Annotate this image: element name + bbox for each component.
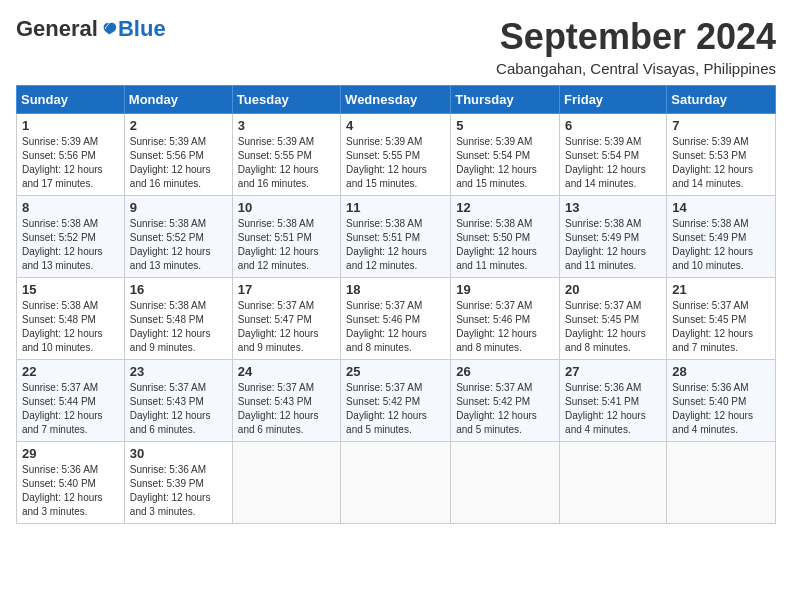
day-number: 17	[238, 282, 335, 297]
day-info: Sunrise: 5:39 AM Sunset: 5:55 PM Dayligh…	[346, 135, 445, 191]
day-number: 10	[238, 200, 335, 215]
table-row: 5Sunrise: 5:39 AM Sunset: 5:54 PM Daylig…	[451, 114, 560, 196]
day-info: Sunrise: 5:38 AM Sunset: 5:48 PM Dayligh…	[130, 299, 227, 355]
day-info: Sunrise: 5:38 AM Sunset: 5:51 PM Dayligh…	[346, 217, 445, 273]
table-row: 2Sunrise: 5:39 AM Sunset: 5:56 PM Daylig…	[124, 114, 232, 196]
table-row: 16Sunrise: 5:38 AM Sunset: 5:48 PM Dayli…	[124, 278, 232, 360]
day-number: 19	[456, 282, 554, 297]
title-block: September 2024 Cabangahan, Central Visay…	[496, 16, 776, 77]
calendar-header-row: Sunday Monday Tuesday Wednesday Thursday…	[17, 86, 776, 114]
day-info: Sunrise: 5:37 AM Sunset: 5:46 PM Dayligh…	[346, 299, 445, 355]
day-number: 11	[346, 200, 445, 215]
calendar-week-row: 29Sunrise: 5:36 AM Sunset: 5:40 PM Dayli…	[17, 442, 776, 524]
logo-blue: Blue	[118, 16, 166, 42]
table-row: 3Sunrise: 5:39 AM Sunset: 5:55 PM Daylig…	[232, 114, 340, 196]
day-number: 25	[346, 364, 445, 379]
table-row	[560, 442, 667, 524]
day-info: Sunrise: 5:39 AM Sunset: 5:54 PM Dayligh…	[565, 135, 661, 191]
table-row: 18Sunrise: 5:37 AM Sunset: 5:46 PM Dayli…	[341, 278, 451, 360]
day-number: 21	[672, 282, 770, 297]
table-row: 27Sunrise: 5:36 AM Sunset: 5:41 PM Dayli…	[560, 360, 667, 442]
day-number: 4	[346, 118, 445, 133]
col-saturday: Saturday	[667, 86, 776, 114]
day-info: Sunrise: 5:37 AM Sunset: 5:45 PM Dayligh…	[565, 299, 661, 355]
day-info: Sunrise: 5:38 AM Sunset: 5:52 PM Dayligh…	[22, 217, 119, 273]
table-row: 15Sunrise: 5:38 AM Sunset: 5:48 PM Dayli…	[17, 278, 125, 360]
table-row: 13Sunrise: 5:38 AM Sunset: 5:49 PM Dayli…	[560, 196, 667, 278]
calendar-week-row: 15Sunrise: 5:38 AM Sunset: 5:48 PM Dayli…	[17, 278, 776, 360]
day-info: Sunrise: 5:38 AM Sunset: 5:51 PM Dayligh…	[238, 217, 335, 273]
table-row	[667, 442, 776, 524]
logo-general: General	[16, 16, 98, 42]
table-row: 30Sunrise: 5:36 AM Sunset: 5:39 PM Dayli…	[124, 442, 232, 524]
table-row: 11Sunrise: 5:38 AM Sunset: 5:51 PM Dayli…	[341, 196, 451, 278]
table-row: 22Sunrise: 5:37 AM Sunset: 5:44 PM Dayli…	[17, 360, 125, 442]
day-number: 22	[22, 364, 119, 379]
day-info: Sunrise: 5:37 AM Sunset: 5:44 PM Dayligh…	[22, 381, 119, 437]
day-number: 12	[456, 200, 554, 215]
table-row: 6Sunrise: 5:39 AM Sunset: 5:54 PM Daylig…	[560, 114, 667, 196]
day-number: 28	[672, 364, 770, 379]
day-number: 20	[565, 282, 661, 297]
day-number: 15	[22, 282, 119, 297]
col-tuesday: Tuesday	[232, 86, 340, 114]
table-row: 1Sunrise: 5:39 AM Sunset: 5:56 PM Daylig…	[17, 114, 125, 196]
calendar-week-row: 1Sunrise: 5:39 AM Sunset: 5:56 PM Daylig…	[17, 114, 776, 196]
day-info: Sunrise: 5:39 AM Sunset: 5:54 PM Dayligh…	[456, 135, 554, 191]
day-info: Sunrise: 5:38 AM Sunset: 5:52 PM Dayligh…	[130, 217, 227, 273]
day-info: Sunrise: 5:37 AM Sunset: 5:42 PM Dayligh…	[346, 381, 445, 437]
day-info: Sunrise: 5:39 AM Sunset: 5:53 PM Dayligh…	[672, 135, 770, 191]
day-info: Sunrise: 5:39 AM Sunset: 5:56 PM Dayligh…	[22, 135, 119, 191]
day-number: 23	[130, 364, 227, 379]
day-info: Sunrise: 5:36 AM Sunset: 5:40 PM Dayligh…	[22, 463, 119, 519]
table-row: 21Sunrise: 5:37 AM Sunset: 5:45 PM Dayli…	[667, 278, 776, 360]
day-number: 7	[672, 118, 770, 133]
table-row: 26Sunrise: 5:37 AM Sunset: 5:42 PM Dayli…	[451, 360, 560, 442]
day-info: Sunrise: 5:37 AM Sunset: 5:42 PM Dayligh…	[456, 381, 554, 437]
table-row: 8Sunrise: 5:38 AM Sunset: 5:52 PM Daylig…	[17, 196, 125, 278]
day-number: 29	[22, 446, 119, 461]
day-number: 2	[130, 118, 227, 133]
day-number: 8	[22, 200, 119, 215]
table-row: 17Sunrise: 5:37 AM Sunset: 5:47 PM Dayli…	[232, 278, 340, 360]
day-info: Sunrise: 5:36 AM Sunset: 5:40 PM Dayligh…	[672, 381, 770, 437]
table-row: 19Sunrise: 5:37 AM Sunset: 5:46 PM Dayli…	[451, 278, 560, 360]
table-row: 29Sunrise: 5:36 AM Sunset: 5:40 PM Dayli…	[17, 442, 125, 524]
day-number: 18	[346, 282, 445, 297]
day-number: 16	[130, 282, 227, 297]
day-info: Sunrise: 5:37 AM Sunset: 5:45 PM Dayligh…	[672, 299, 770, 355]
table-row: 10Sunrise: 5:38 AM Sunset: 5:51 PM Dayli…	[232, 196, 340, 278]
day-number: 26	[456, 364, 554, 379]
table-row	[451, 442, 560, 524]
table-row: 14Sunrise: 5:38 AM Sunset: 5:49 PM Dayli…	[667, 196, 776, 278]
table-row: 7Sunrise: 5:39 AM Sunset: 5:53 PM Daylig…	[667, 114, 776, 196]
col-wednesday: Wednesday	[341, 86, 451, 114]
table-row: 12Sunrise: 5:38 AM Sunset: 5:50 PM Dayli…	[451, 196, 560, 278]
calendar-table: Sunday Monday Tuesday Wednesday Thursday…	[16, 85, 776, 524]
day-number: 9	[130, 200, 227, 215]
day-info: Sunrise: 5:37 AM Sunset: 5:47 PM Dayligh…	[238, 299, 335, 355]
table-row: 20Sunrise: 5:37 AM Sunset: 5:45 PM Dayli…	[560, 278, 667, 360]
col-thursday: Thursday	[451, 86, 560, 114]
day-number: 14	[672, 200, 770, 215]
day-info: Sunrise: 5:38 AM Sunset: 5:50 PM Dayligh…	[456, 217, 554, 273]
table-row: 25Sunrise: 5:37 AM Sunset: 5:42 PM Dayli…	[341, 360, 451, 442]
day-number: 1	[22, 118, 119, 133]
col-monday: Monday	[124, 86, 232, 114]
table-row: 28Sunrise: 5:36 AM Sunset: 5:40 PM Dayli…	[667, 360, 776, 442]
day-info: Sunrise: 5:36 AM Sunset: 5:41 PM Dayligh…	[565, 381, 661, 437]
day-info: Sunrise: 5:36 AM Sunset: 5:39 PM Dayligh…	[130, 463, 227, 519]
day-info: Sunrise: 5:39 AM Sunset: 5:56 PM Dayligh…	[130, 135, 227, 191]
calendar-week-row: 8Sunrise: 5:38 AM Sunset: 5:52 PM Daylig…	[17, 196, 776, 278]
table-row: 24Sunrise: 5:37 AM Sunset: 5:43 PM Dayli…	[232, 360, 340, 442]
day-number: 5	[456, 118, 554, 133]
day-info: Sunrise: 5:37 AM Sunset: 5:43 PM Dayligh…	[238, 381, 335, 437]
day-info: Sunrise: 5:38 AM Sunset: 5:48 PM Dayligh…	[22, 299, 119, 355]
day-number: 30	[130, 446, 227, 461]
day-info: Sunrise: 5:39 AM Sunset: 5:55 PM Dayligh…	[238, 135, 335, 191]
table-row: 23Sunrise: 5:37 AM Sunset: 5:43 PM Dayli…	[124, 360, 232, 442]
day-number: 3	[238, 118, 335, 133]
table-row	[232, 442, 340, 524]
location-title: Cabangahan, Central Visayas, Philippines	[496, 60, 776, 77]
day-number: 13	[565, 200, 661, 215]
